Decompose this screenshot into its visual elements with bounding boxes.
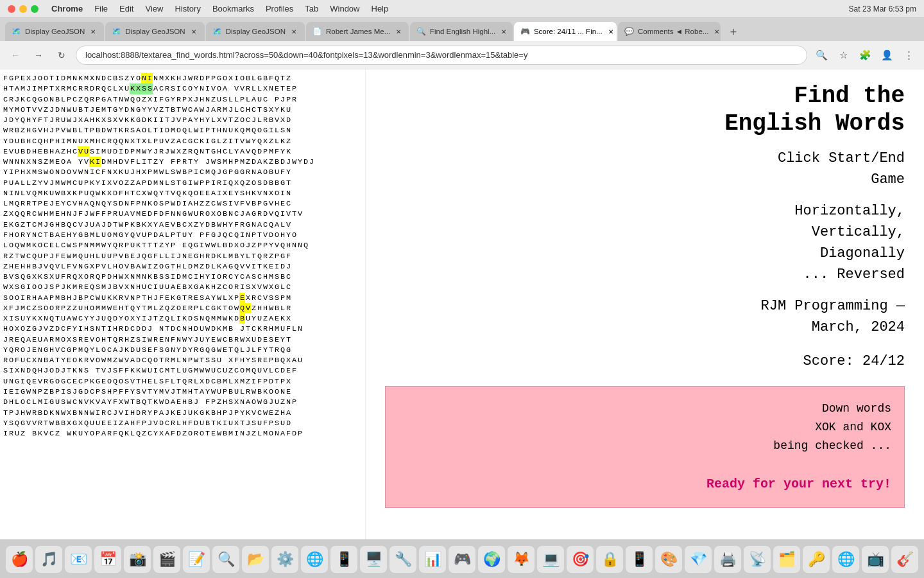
grid-cell[interactable]: O xyxy=(228,282,234,292)
grid-cell[interactable]: U xyxy=(55,272,60,282)
grid-cell[interactable]: G xyxy=(26,272,31,282)
grid-cell[interactable]: U xyxy=(3,376,8,387)
grid-cell[interactable]: H xyxy=(66,230,72,240)
grid-cell[interactable]: U xyxy=(60,313,66,324)
grid-cell[interactable]: I xyxy=(95,408,101,418)
grid-cell[interactable]: Y xyxy=(31,115,37,125)
grid-cell[interactable]: V xyxy=(118,251,124,261)
grid-cell[interactable]: X xyxy=(37,313,43,324)
grid-cell[interactable]: R xyxy=(193,428,199,439)
grid-cell[interactable]: H xyxy=(66,146,72,157)
grid-cell[interactable]: T xyxy=(158,355,164,365)
grid-cell[interactable]: D xyxy=(187,313,193,324)
grid-cell[interactable]: V xyxy=(83,397,89,407)
grid-cell[interactable]: M xyxy=(228,251,234,261)
grid-cell[interactable]: P xyxy=(262,376,268,387)
grid-cell[interactable]: M xyxy=(89,230,95,240)
grid-cell[interactable]: P xyxy=(262,240,268,250)
grid-cell[interactable]: W xyxy=(251,387,257,397)
grid-cell[interactable]: H xyxy=(124,335,130,345)
grid-cell[interactable]: B xyxy=(20,136,26,146)
dock-tools[interactable]: 🔧 xyxy=(389,546,416,573)
grid-cell[interactable]: C xyxy=(72,178,78,188)
grid-cell[interactable]: M xyxy=(262,428,268,439)
grid-cell[interactable]: T xyxy=(257,230,262,240)
grid-cell[interactable]: E xyxy=(3,146,8,157)
grid-cell[interactable]: M xyxy=(164,365,170,376)
grid-cell[interactable]: I xyxy=(170,272,176,282)
grid-cell[interactable]: C xyxy=(66,376,72,387)
grid-cell[interactable]: C xyxy=(216,365,222,376)
grid-cell[interactable]: M xyxy=(286,293,291,303)
grid-cell[interactable]: H xyxy=(239,355,245,365)
grid-cell[interactable]: N xyxy=(78,397,83,407)
grid-cell[interactable]: V xyxy=(72,261,78,272)
grid-cell[interactable]: A xyxy=(66,157,72,167)
dock-guitar[interactable]: 🎸 xyxy=(891,546,918,573)
grid-cell[interactable]: U xyxy=(182,365,187,376)
grid-cell[interactable]: I xyxy=(26,282,31,292)
grid-cell[interactable]: M xyxy=(268,272,274,282)
grid-cell[interactable]: X xyxy=(234,240,239,250)
grid-cell[interactable]: E xyxy=(60,230,66,240)
grid-cell[interactable]: G xyxy=(112,105,118,115)
grid-cell[interactable]: K xyxy=(66,282,72,292)
grid-cell[interactable]: H xyxy=(262,303,268,313)
grid-cell[interactable]: D xyxy=(280,261,286,272)
grid-cell[interactable]: D xyxy=(124,146,130,157)
grid-cell[interactable]: R xyxy=(8,94,14,105)
grid-cell[interactable]: U xyxy=(280,418,286,428)
grid-cell[interactable]: N xyxy=(95,73,101,83)
grid-cell[interactable]: I xyxy=(3,428,8,439)
grid-cell[interactable]: M xyxy=(8,198,14,209)
grid-cell[interactable]: I xyxy=(78,324,83,334)
grid-cell[interactable]: L xyxy=(210,115,216,125)
grid-cell[interactable]: I xyxy=(141,335,147,345)
grid-cell[interactable]: I xyxy=(193,167,199,177)
grid-cell[interactable]: X xyxy=(14,324,20,334)
grid-cell[interactable]: L xyxy=(78,125,83,136)
grid-cell[interactable]: W xyxy=(239,335,245,345)
grid-cell[interactable]: Z xyxy=(158,240,164,250)
grid-cell[interactable]: B xyxy=(60,220,66,230)
grid-cell[interactable]: N xyxy=(78,408,83,418)
grid-cell[interactable]: D xyxy=(228,240,234,250)
menu-file[interactable]: File xyxy=(94,4,108,13)
grid-cell[interactable]: H xyxy=(216,408,222,418)
grid-cell[interactable]: J xyxy=(193,397,199,407)
grid-cell[interactable]: L xyxy=(234,94,239,105)
grid-cell[interactable]: L xyxy=(239,345,245,355)
grid-cell[interactable]: S xyxy=(107,115,112,125)
grid-cell[interactable]: I xyxy=(210,272,216,282)
grid-cell[interactable]: T xyxy=(286,335,291,345)
grid-cell[interactable]: O xyxy=(14,230,20,240)
more-icon[interactable]: ⋮ xyxy=(900,46,918,64)
grid-cell[interactable]: U xyxy=(14,146,20,157)
grid-cell[interactable]: N xyxy=(141,73,147,83)
grid-cell[interactable]: I xyxy=(20,293,26,303)
grid-cell[interactable]: K xyxy=(216,261,222,272)
grid-cell[interactable]: B xyxy=(14,125,20,136)
grid-cell[interactable]: C xyxy=(31,220,37,230)
grid-cell[interactable]: Y xyxy=(262,345,268,355)
grid-cell[interactable]: U xyxy=(37,251,43,261)
grid-cell[interactable]: Z xyxy=(20,220,26,230)
grid-cell[interactable]: O xyxy=(199,428,205,439)
grid-cell[interactable]: K xyxy=(170,408,176,418)
grid-cell[interactable]: L xyxy=(20,188,26,198)
grid-cell[interactable]: G xyxy=(199,345,205,355)
grid-cell[interactable]: L xyxy=(147,136,153,146)
grid-cell[interactable]: V xyxy=(222,115,228,125)
grid-cell[interactable]: O xyxy=(135,73,141,83)
grid-cell[interactable]: N xyxy=(199,313,205,324)
grid-cell[interactable]: F xyxy=(78,209,83,219)
grid-cell[interactable]: X xyxy=(210,209,216,219)
grid-cell[interactable]: D xyxy=(141,324,147,334)
grid-cell[interactable]: L xyxy=(210,261,216,272)
grid-cell[interactable]: E xyxy=(274,335,280,345)
grid-cell[interactable]: T xyxy=(170,365,176,376)
grid-cell[interactable]: Y xyxy=(193,157,199,167)
grid-cell[interactable]: P xyxy=(141,178,147,188)
grid-cell[interactable]: H xyxy=(216,146,222,157)
grid-cell[interactable]: P xyxy=(222,408,228,418)
